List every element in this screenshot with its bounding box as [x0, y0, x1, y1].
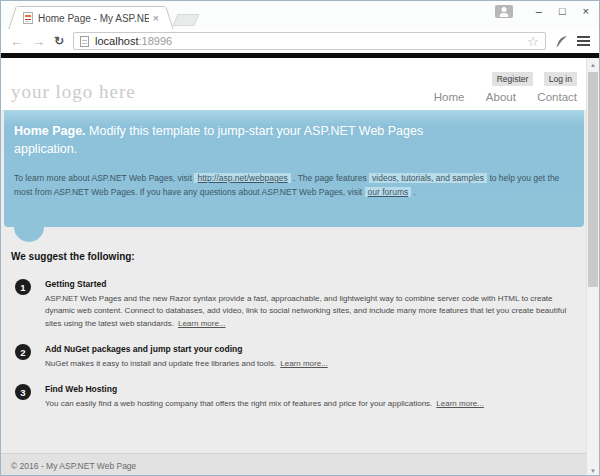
tab-strip: Home Page - My ASP.NET × – □ ×: [1, 1, 599, 29]
register-button[interactable]: Register: [492, 72, 534, 86]
maximize-button[interactable]: □: [559, 6, 566, 17]
page-icon: [80, 36, 89, 47]
main-content: We suggest the following: 1 Getting Star…: [1, 227, 586, 453]
menu-icon[interactable]: [577, 36, 590, 46]
hero-section: Home Page. Modify this template to jump-…: [4, 110, 584, 227]
url-port: :18996: [138, 35, 172, 47]
account-links: Register Log in: [486, 68, 577, 86]
link-aspnet-webpages[interactable]: http://asp.net/webpages: [194, 173, 290, 183]
item-text: ASP.NET Web Pages and the new Razor synt…: [45, 294, 566, 328]
item-number-badge: 3: [15, 384, 31, 400]
nav-item-contact[interactable]: Contact: [537, 91, 577, 103]
learn-more-link[interactable]: Learn more...: [436, 399, 484, 408]
item-title: Find Web Hosting: [45, 383, 484, 396]
copyright-text: © 2016 - My ASP.NET Web Page: [11, 461, 136, 471]
site-nav: Home About Contact: [417, 87, 577, 105]
scrollbar-thumb[interactable]: [588, 72, 598, 287]
item-text: You can easily find a web hosting compan…: [45, 399, 432, 408]
hero-paragraph: To learn more about ASP.NET Web Pages, v…: [14, 171, 568, 199]
list-item-nuget: 2 Add NuGet packages and jump start your…: [11, 343, 572, 370]
hero-title: Home Page. Modify this template to jump-…: [14, 122, 464, 158]
tab-title: Home Page - My ASP.NET: [38, 13, 149, 24]
login-button[interactable]: Log in: [544, 72, 577, 86]
item-number-badge: 2: [15, 344, 31, 360]
forward-icon[interactable]: →: [32, 35, 45, 48]
link-videos-tutorials-samples[interactable]: videos, tutorials, and samples: [369, 173, 487, 183]
profile-icon[interactable]: [495, 5, 513, 18]
minimize-button[interactable]: –: [536, 6, 542, 17]
nav-item-home[interactable]: Home: [434, 91, 465, 103]
new-tab-button[interactable]: [173, 14, 200, 26]
browser-tab[interactable]: Home Page - My ASP.NET ×: [17, 6, 165, 29]
nav-item-about[interactable]: About: [486, 91, 516, 103]
suggest-heading: We suggest the following:: [11, 251, 572, 262]
learn-more-link[interactable]: Learn more...: [178, 319, 226, 328]
site-logo: your logo here: [11, 81, 136, 103]
bookmark-star-icon[interactable]: ☆: [527, 35, 539, 48]
list-item-getting-started: 1 Getting Started ASP.NET Web Pages and …: [11, 278, 572, 330]
reload-icon[interactable]: ↻: [54, 34, 64, 48]
url-host: localhost: [95, 35, 138, 47]
page-viewport: your logo here Register Log in Home Abou…: [1, 58, 599, 476]
scroll-down-icon[interactable]: ▼: [587, 464, 599, 476]
item-title: Getting Started: [45, 278, 572, 291]
address-bar[interactable]: localhost :18996 ☆: [73, 32, 546, 50]
site-footer: © 2016 - My ASP.NET Web Page: [1, 453, 586, 476]
back-icon[interactable]: ←: [10, 35, 23, 48]
item-text: NuGet makes it easy to install and updat…: [45, 359, 276, 368]
item-title: Add NuGet packages and jump start your c…: [45, 343, 328, 356]
extension-quill-icon[interactable]: [555, 35, 568, 48]
site-header: your logo here Register Log in Home Abou…: [1, 58, 586, 110]
link-our-forums[interactable]: our forums: [365, 187, 412, 197]
page-scrollbar[interactable]: ▲ ▼: [586, 58, 599, 476]
close-button[interactable]: ×: [583, 6, 589, 17]
scroll-up-icon[interactable]: ▲: [587, 58, 599, 71]
tab-close-icon[interactable]: ×: [153, 12, 159, 24]
tab-favicon-icon: [23, 12, 33, 24]
learn-more-link[interactable]: Learn more...: [280, 359, 328, 368]
list-item-web-hosting: 3 Find Web Hosting You can easily find a…: [11, 383, 572, 410]
browser-toolbar: ← → ↻ localhost :18996 ☆: [1, 29, 599, 53]
browser-window: Home Page - My ASP.NET × – □ × ← → ↻ loc…: [0, 0, 600, 476]
item-number-badge: 1: [15, 279, 31, 295]
